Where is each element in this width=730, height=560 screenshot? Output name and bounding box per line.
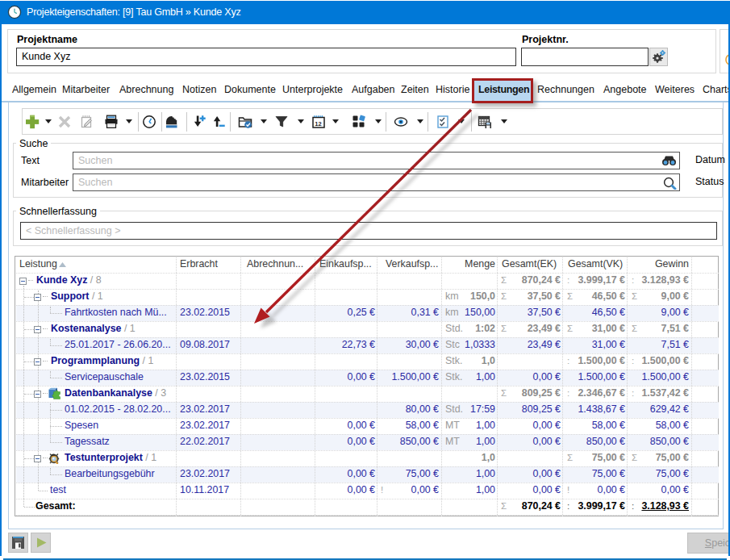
svg-text:12: 12 (315, 120, 321, 127)
